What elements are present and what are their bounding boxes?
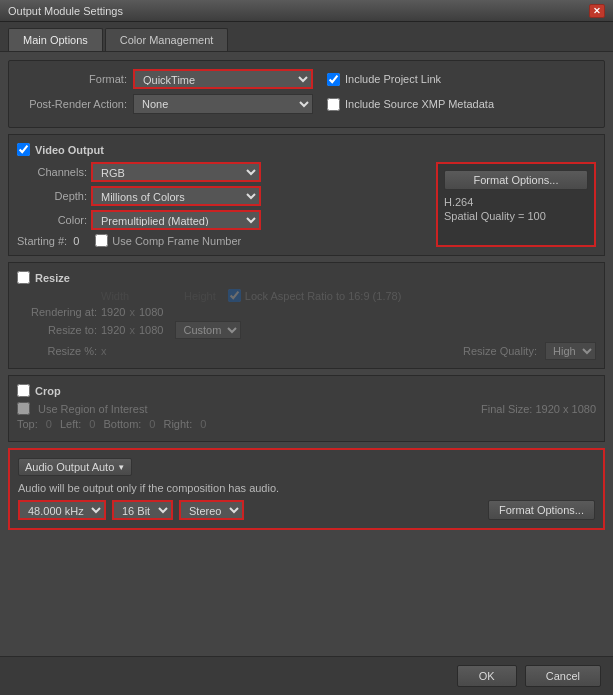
audio-output-label: Audio Output Auto [25, 461, 114, 473]
resize-header: Resize [17, 271, 596, 284]
format-section: Format: QuickTime Include Project Link P… [8, 60, 605, 128]
left-value: 0 [89, 418, 95, 430]
rendering-h: 1080 [139, 306, 163, 318]
right-label: Right: [163, 418, 192, 430]
crop-title: Crop [35, 385, 61, 397]
top-value: 0 [46, 418, 52, 430]
resizeto-w: 1920 [101, 324, 125, 336]
audio-channel-select[interactable]: Stereo [179, 500, 244, 520]
resizeto-label: Resize to: [17, 324, 97, 336]
crop-checkbox[interactable] [17, 384, 30, 397]
postrender-row: Post-Render Action: None Include Source … [17, 94, 596, 114]
use-region-label: Use Region of Interest [38, 403, 147, 415]
postrender-select[interactable]: None [133, 94, 313, 114]
top-label: Top: [17, 418, 38, 430]
video-output-checkbox[interactable] [17, 143, 30, 156]
lock-row: Width Height Lock Aspect Ratio to 16:9 (… [17, 289, 596, 302]
include-project-label: Include Project Link [345, 73, 441, 85]
channels-row: Channels: RGB [17, 162, 428, 182]
final-size-label: Final Size: 1920 x 1080 [481, 403, 596, 415]
bottom-label: Bottom: [103, 418, 141, 430]
bottom-bar: OK Cancel [0, 656, 613, 695]
rendering-row: Rendering at: 1920 x 1080 [17, 306, 596, 318]
title-bar: Output Module Settings ✕ [0, 0, 613, 22]
format-options-button[interactable]: Format Options... [444, 170, 588, 190]
bottom-value: 0 [149, 418, 155, 430]
video-output-title: Video Output [35, 144, 104, 156]
video-left: Channels: RGB Depth: Millions of Colors … [17, 162, 428, 247]
depth-select[interactable]: Millions of Colors [91, 186, 261, 206]
channels-label: Channels: [17, 166, 87, 178]
audio-format-options-button[interactable]: Format Options... [488, 500, 595, 520]
width-header: Width [101, 290, 156, 302]
tab-bar: Main Options Color Management [0, 22, 613, 52]
include-xmp-checkbox[interactable] [327, 98, 340, 111]
comp-frame-checkbox[interactable] [95, 234, 108, 247]
audio-controls: 48.000 kHz 16 Bit Stereo Format Options.… [18, 500, 595, 520]
starting-label: Starting #: [17, 235, 67, 247]
audio-bit-select[interactable]: 16 Bit [112, 500, 173, 520]
resize-checkbox[interactable] [17, 271, 30, 284]
resize-title: Resize [35, 272, 70, 284]
codec-info-2: Spatial Quality = 100 [444, 210, 588, 222]
starting-value: 0 [73, 235, 79, 247]
video-header: Video Output [17, 143, 596, 156]
audio-output-button[interactable]: Audio Output Auto ▼ [18, 458, 132, 476]
include-xmp-row: Include Source XMP Metadata [327, 98, 494, 111]
depth-label: Depth: [17, 190, 87, 202]
main-content: Format: QuickTime Include Project Link P… [0, 52, 613, 656]
dialog: Main Options Color Management Format: Qu… [0, 22, 613, 695]
audio-khz-select[interactable]: 48.000 kHz [18, 500, 106, 520]
resize-section: Resize Width Height Lock Aspect Ratio to… [8, 262, 605, 369]
color-label: Color: [17, 214, 87, 226]
crop-body: Use Region of Interest Final Size: 1920 … [17, 402, 596, 430]
resizeto-h: 1080 [139, 324, 163, 336]
crop-values-row: Top: 0 Left: 0 Bottom: 0 Right: 0 [17, 418, 596, 430]
comp-frame-label: Use Comp Frame Number [112, 235, 241, 247]
audio-note: Audio will be output only if the composi… [18, 482, 595, 494]
lock-aspect-checkbox[interactable] [228, 289, 241, 302]
tab-color[interactable]: Color Management [105, 28, 229, 51]
resizequality-select[interactable]: High [545, 342, 596, 360]
lock-aspect-label: Lock Aspect Ratio to 16:9 (1.78) [245, 290, 402, 302]
left-label: Left: [60, 418, 81, 430]
depth-row: Depth: Millions of Colors [17, 186, 428, 206]
color-select[interactable]: Premultiplied (Matted) [91, 210, 261, 230]
rendering-w: 1920 [101, 306, 125, 318]
close-button[interactable]: ✕ [589, 4, 605, 18]
comp-frame-check: Use Comp Frame Number [95, 234, 241, 247]
right-value: 0 [200, 418, 206, 430]
resizequality-label: Resize Quality: [463, 345, 537, 357]
audio-header: Audio Output Auto ▼ [18, 458, 595, 476]
crop-region-row: Use Region of Interest Final Size: 1920 … [17, 402, 596, 415]
cancel-button[interactable]: Cancel [525, 665, 601, 687]
resizepct-label: Resize %: [17, 345, 97, 357]
height-header: Height [184, 290, 216, 302]
include-xmp-label: Include Source XMP Metadata [345, 98, 494, 110]
include-project-row: Include Project Link [327, 73, 441, 86]
channels-select[interactable]: RGB [91, 162, 261, 182]
video-section: Video Output Channels: RGB Depth: Millio… [8, 134, 605, 256]
include-project-checkbox[interactable] [327, 73, 340, 86]
format-select[interactable]: QuickTime [133, 69, 313, 89]
format-label: Format: [17, 73, 127, 85]
video-right: Format Options... H.264 Spatial Quality … [436, 162, 596, 247]
starting-row: Starting #: 0 Use Comp Frame Number [17, 234, 428, 247]
format-row: Format: QuickTime Include Project Link [17, 69, 596, 89]
ok-button[interactable]: OK [457, 665, 517, 687]
tab-main[interactable]: Main Options [8, 28, 103, 51]
resizepct-row: Resize %: x Resize Quality: High [17, 342, 596, 360]
crop-header: Crop [17, 384, 596, 397]
postrender-label: Post-Render Action: [17, 98, 127, 110]
codec-info-1: H.264 [444, 196, 588, 208]
color-row: Color: Premultiplied (Matted) [17, 210, 428, 230]
title-bar-title: Output Module Settings [8, 5, 123, 17]
use-region-checkbox[interactable] [17, 402, 30, 415]
crop-section: Crop Use Region of Interest Final Size: … [8, 375, 605, 442]
rendering-label: Rendering at: [17, 306, 97, 318]
video-inner: Channels: RGB Depth: Millions of Colors … [17, 162, 596, 247]
resize-body: Width Height Lock Aspect Ratio to 16:9 (… [17, 289, 596, 360]
resizeto-row: Resize to: 1920 x 1080 Custom [17, 321, 596, 339]
resizeto-select[interactable]: Custom [175, 321, 241, 339]
audio-dropdown-icon: ▼ [117, 463, 125, 472]
